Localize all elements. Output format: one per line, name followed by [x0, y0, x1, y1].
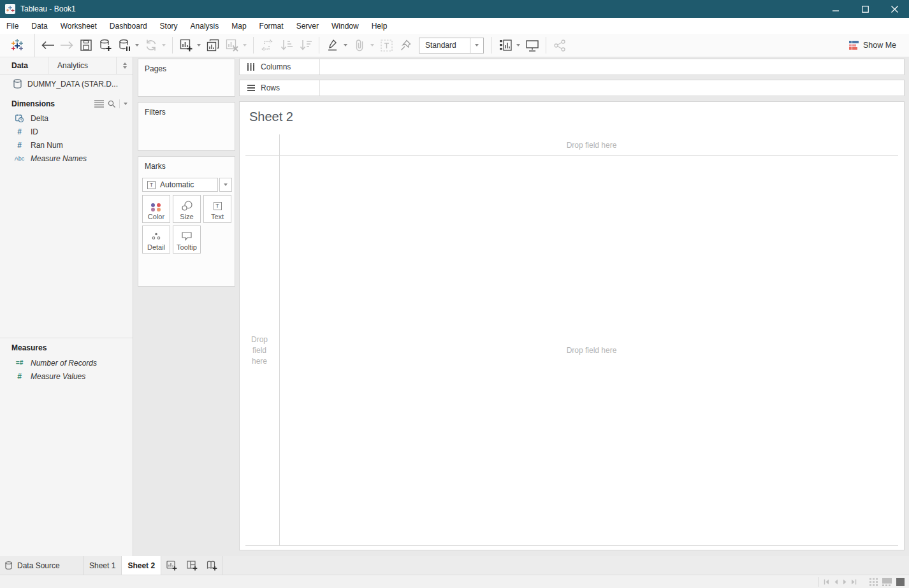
text-icon: T — [214, 200, 222, 212]
field-id[interactable]: # ID — [0, 125, 133, 138]
new-story-tab-button[interactable] — [202, 556, 222, 575]
menu-analysis[interactable]: Analysis — [184, 22, 226, 31]
filmstrip-view-button[interactable] — [880, 575, 894, 588]
presentation-mode-button[interactable] — [524, 37, 541, 54]
drop-zone-main[interactable]: Drop field here — [279, 155, 904, 545]
mark-type-caret[interactable] — [219, 178, 232, 192]
next-sheet-button[interactable] — [840, 575, 849, 588]
marks-title: Marks — [138, 157, 235, 171]
sheet-tab-bar: Data Source Sheet 1 Sheet 2 — [0, 556, 909, 575]
marks-card: Marks T Automatic Color Size T Text — [138, 156, 235, 287]
undo-button[interactable] — [40, 37, 56, 54]
minimize-button[interactable] — [821, 0, 850, 18]
menu-help[interactable]: Help — [365, 22, 394, 31]
last-sheet-button[interactable] — [849, 575, 858, 588]
rows-shelf[interactable]: Rows — [239, 80, 905, 96]
sheet-title[interactable]: Sheet 2 — [249, 110, 293, 124]
pane-sort-control[interactable] — [116, 57, 133, 74]
text-button[interactable]: T Text — [203, 195, 231, 223]
first-sheet-button[interactable] — [822, 575, 831, 588]
data-pane-tabs: Data Analytics — [0, 57, 133, 75]
new-dashboard-tab-button[interactable] — [182, 556, 202, 575]
pages-card[interactable]: Pages — [138, 59, 235, 97]
pause-updates-caret[interactable] — [134, 37, 140, 54]
save-button[interactable] — [78, 37, 94, 54]
field-delta[interactable]: Delta — [0, 111, 133, 125]
show-hide-cards-button[interactable] — [497, 37, 514, 54]
tab-data-source[interactable]: Data Source — [0, 556, 84, 575]
show-me-button[interactable]: Show Me — [849, 41, 896, 50]
group-members-caret[interactable] — [369, 37, 375, 54]
pane-splitter[interactable] — [0, 338, 133, 338]
menu-dashboard[interactable]: Dashboard — [103, 22, 154, 31]
database-icon — [5, 561, 12, 570]
tab-analytics[interactable]: Analytics — [48, 57, 116, 74]
tab-data[interactable]: Data — [0, 57, 48, 74]
group-members-button[interactable] — [351, 37, 368, 54]
show-mark-labels-button[interactable] — [378, 37, 395, 54]
abc-icon: Abc — [14, 155, 25, 162]
size-button[interactable]: Size — [173, 195, 201, 223]
sort-descending-button[interactable] — [297, 37, 314, 54]
sheet-canvas: Columns Rows Sheet 2 Drop field here Dro… — [239, 57, 905, 556]
fit-selector[interactable]: Standard — [419, 38, 484, 54]
new-worksheet-button[interactable] — [178, 37, 194, 54]
tab-sheet2[interactable]: Sheet 2 — [122, 556, 161, 575]
mark-type-dropdown[interactable]: T Automatic — [142, 178, 218, 192]
field-ran-num[interactable]: # Ran Num — [0, 138, 133, 152]
close-button[interactable] — [880, 0, 909, 18]
highlight-caret[interactable] — [342, 37, 349, 54]
columns-shelf[interactable]: Columns — [239, 59, 905, 75]
tab-sheet1[interactable]: Sheet 1 — [84, 556, 122, 575]
refresh-caret[interactable] — [161, 37, 167, 54]
tableau-logo[interactable] — [0, 34, 35, 57]
menu-worksheet[interactable]: Worksheet — [54, 22, 103, 31]
menu-format[interactable]: Format — [253, 22, 290, 31]
share-button[interactable] — [551, 37, 568, 54]
filters-card[interactable]: Filters — [138, 102, 235, 151]
duplicate-sheet-button[interactable] — [205, 37, 221, 54]
clear-sheet-button[interactable] — [224, 37, 240, 54]
tooltip-button[interactable]: Tooltip — [173, 226, 201, 254]
search-fields-icon[interactable] — [108, 100, 115, 108]
highlight-button[interactable] — [324, 37, 341, 54]
new-worksheet-caret[interactable] — [196, 37, 202, 54]
pause-updates-button[interactable] — [116, 37, 133, 54]
color-button[interactable]: Color — [142, 195, 170, 223]
datetime-icon — [14, 114, 25, 122]
sort-ascending-button[interactable] — [278, 37, 295, 54]
tableau-app-icon — [5, 4, 15, 14]
drop-zone-rows[interactable]: Drop field here — [240, 155, 279, 545]
new-worksheet-tab-button[interactable] — [161, 556, 182, 575]
field-measure-values[interactable]: # Measure Values — [0, 369, 133, 383]
menu-server[interactable]: Server — [290, 22, 325, 31]
show-hide-cards-caret[interactable] — [515, 37, 521, 54]
new-datasource-button[interactable] — [97, 37, 113, 54]
field-measure-names[interactable]: Abc Measure Names — [0, 152, 133, 165]
status-bar — [0, 575, 909, 588]
clear-sheet-caret[interactable] — [242, 37, 248, 54]
menu-file[interactable]: File — [0, 22, 25, 31]
redo-button[interactable] — [59, 37, 75, 54]
refresh-button[interactable] — [143, 37, 159, 54]
fix-axes-button[interactable] — [397, 37, 414, 54]
show-tabs-view-button[interactable] — [867, 575, 880, 588]
maximize-button[interactable] — [850, 0, 880, 18]
menu-data[interactable]: Data — [25, 22, 54, 31]
view-list-icon[interactable] — [94, 100, 104, 108]
size-icon — [182, 200, 193, 212]
tooltip-icon — [182, 231, 192, 242]
previous-sheet-button[interactable] — [831, 575, 840, 588]
menu-story[interactable]: Story — [154, 22, 184, 31]
detail-button[interactable]: Detail — [142, 226, 170, 254]
swap-rows-columns-button[interactable] — [259, 37, 275, 54]
dimensions-menu-caret[interactable] — [124, 103, 127, 105]
sheet-sorter-view-button[interactable] — [894, 575, 907, 588]
menu-map[interactable]: Map — [225, 22, 252, 31]
field-number-of-records[interactable]: =# Number of Records — [0, 356, 133, 369]
datasource-item[interactable]: DUMMY_DATA (STAR.D... — [0, 75, 133, 93]
drop-zone-columns[interactable]: Drop field here — [279, 134, 904, 155]
datasource-name: DUMMY_DATA (STAR.D... — [27, 80, 118, 89]
menu-window[interactable]: Window — [325, 22, 365, 31]
fit-selector-caret[interactable] — [470, 38, 483, 53]
